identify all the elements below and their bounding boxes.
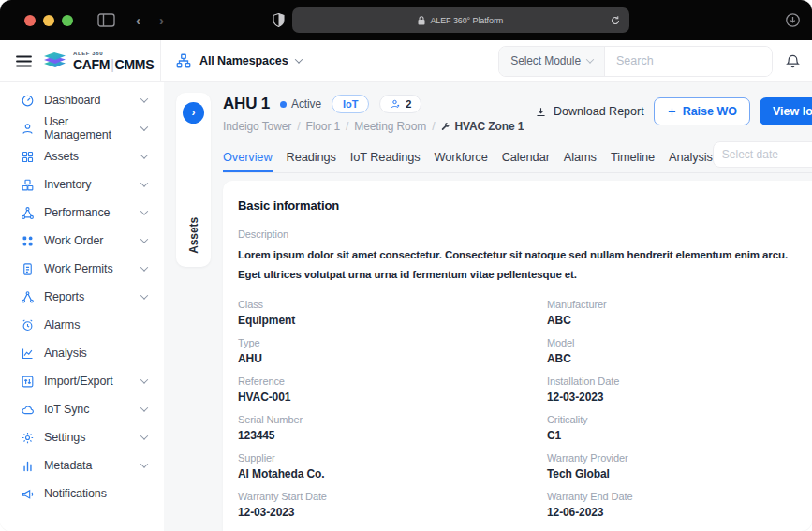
- basic-information-card: Basic information Description Lorem ipsu…: [223, 181, 812, 531]
- tab-readings[interactable]: Readings: [287, 150, 336, 172]
- sidebar-item-reports[interactable]: Reports: [0, 283, 164, 311]
- nodes-icon: [21, 206, 35, 220]
- tabs: Overview Readings IoT Readings Workforce…: [223, 150, 713, 172]
- bar-chart-icon: [21, 459, 35, 473]
- tab-iot-readings[interactable]: IoT Readings: [350, 150, 421, 172]
- sidebar-item-work-permits[interactable]: Work Permits: [0, 255, 164, 283]
- sidebar-item-iot-sync[interactable]: IoT Sync: [0, 395, 164, 423]
- brand-title: CAFM|CMMS: [73, 58, 154, 71]
- view-iot-button[interactable]: View IoT Pr: [760, 97, 812, 125]
- sidebar-item-work-order[interactable]: Work Order: [0, 227, 164, 255]
- wrench-icon: [440, 122, 450, 132]
- line-chart-icon: [21, 347, 35, 361]
- forward-icon[interactable]: ›: [159, 13, 164, 27]
- page-head-left: AHU 1 Active IoT 2 Indeigo Tower / Floor: [223, 95, 524, 133]
- chevron-down-icon: [140, 376, 148, 383]
- date-picker[interactable]: [713, 141, 812, 168]
- document-icon: [21, 262, 35, 276]
- browser-chrome: ‹ › ALEF 360° Platform: [0, 0, 812, 40]
- chevron-down-icon: [140, 207, 148, 214]
- gear-icon: [21, 431, 35, 445]
- back-icon[interactable]: ‹: [136, 13, 140, 27]
- sidebar-item-analysis[interactable]: Analysis: [0, 339, 164, 367]
- sidebar-item-settings[interactable]: Settings: [0, 423, 164, 451]
- sidebar-item-alarms[interactable]: Alarms: [0, 311, 164, 339]
- header-right: Select Module: [498, 40, 812, 81]
- tab-overview[interactable]: Overview: [223, 150, 273, 172]
- chevron-down-icon: [140, 263, 148, 271]
- reload-icon[interactable]: [610, 15, 621, 26]
- description-label: Description: [238, 229, 810, 240]
- namespace-hierarchy-icon: [175, 52, 192, 69]
- megaphone-icon: [21, 487, 35, 501]
- chevron-down-icon: [140, 460, 148, 467]
- module-select[interactable]: Select Module: [499, 47, 605, 76]
- chevron-down-icon: [140, 291, 148, 299]
- breadcrumb-item[interactable]: Floor 1: [305, 120, 340, 133]
- tab-timeline[interactable]: Timeline: [611, 150, 655, 172]
- sidebar-item-dashboard[interactable]: Dashboard: [0, 86, 164, 114]
- breadcrumb-current: HVAC Zone 1: [440, 120, 524, 133]
- field-warranty-start-date: Warranty Start Date12-03-2023: [238, 491, 538, 519]
- sidebar-item-performance[interactable]: Performance: [0, 199, 164, 227]
- sidebar-item-metadata[interactable]: Metadata: [0, 451, 164, 479]
- app-logo[interactable]: ALEF 360 CAFM|CMMS: [42, 50, 154, 72]
- boxes-icon: [21, 178, 35, 192]
- tab-analysis[interactable]: Analysis: [669, 150, 713, 172]
- chevron-down-icon: [140, 123, 148, 130]
- iot-badge[interactable]: IoT: [332, 95, 369, 113]
- field-warranty-provider: Warranty ProviderTech Global: [547, 452, 810, 480]
- breadcrumb-item[interactable]: Indeigo Tower: [223, 120, 291, 133]
- sidebar-item-notifications[interactable]: Notifications: [0, 479, 164, 508]
- page-actions: Download Report Raise WO View IoT Pr: [535, 97, 812, 125]
- main-area: › Assets AHU 1 Active IoT 2: [164, 82, 812, 531]
- sidebar-item-assets[interactable]: Assets: [0, 142, 164, 170]
- date-input[interactable]: [722, 148, 811, 161]
- address-bar[interactable]: ALEF 360° Platform: [292, 7, 629, 33]
- workforce-count-badge[interactable]: 2: [379, 95, 421, 113]
- downloads-icon[interactable]: [785, 12, 801, 28]
- tab-workforce[interactable]: Workforce: [435, 150, 488, 172]
- field-manufacturer: ManufacturerABC: [547, 299, 810, 327]
- zoom-window-button[interactable]: [62, 15, 73, 26]
- global-search: Select Module: [498, 46, 773, 77]
- field-reference: ReferenceHVAC-001: [238, 376, 538, 404]
- module-select-label: Select Module: [510, 54, 581, 67]
- expand-rail-button[interactable]: ›: [183, 102, 204, 124]
- raise-wo-button[interactable]: Raise WO: [654, 97, 750, 125]
- layers-logo-icon: [42, 50, 67, 72]
- assets-rail: › Assets: [176, 93, 211, 267]
- sidebar: Dashboard User Management Assets Invento…: [0, 82, 164, 531]
- field-model: ModelABC: [547, 337, 810, 365]
- tab-calendar[interactable]: Calendar: [502, 150, 550, 172]
- close-window-button[interactable]: [24, 15, 36, 26]
- minimize-window-button[interactable]: [43, 15, 54, 26]
- brand-small-text: ALEF 360: [73, 51, 154, 56]
- sidebar-item-user-management[interactable]: User Management: [0, 114, 164, 142]
- chevron-down-icon: [140, 95, 148, 102]
- assets-rail-label: Assets: [187, 217, 200, 254]
- sidebar-toggle-icon[interactable]: [97, 13, 115, 27]
- shield-icon[interactable]: [273, 13, 285, 27]
- grid-icon: [21, 150, 35, 164]
- field-type: TypeAHU: [238, 337, 538, 365]
- user-icon: [21, 122, 35, 136]
- sidebar-item-import-export[interactable]: Import/Export: [0, 367, 164, 395]
- chevron-down-icon: [140, 404, 148, 411]
- namespace-selector[interactable]: All Namespaces: [161, 40, 302, 81]
- hamburger-menu-icon[interactable]: [16, 55, 32, 67]
- chevron-down-icon: [140, 151, 148, 158]
- page-head: AHU 1 Active IoT 2 Indeigo Tower / Floor: [223, 93, 812, 133]
- notifications-bell-icon[interactable]: [785, 52, 801, 69]
- dashboard-icon: [21, 94, 35, 108]
- download-report-button[interactable]: Download Report: [535, 105, 644, 118]
- share-nodes-icon: [21, 290, 35, 304]
- breadcrumb-item[interactable]: Meeting Room: [354, 120, 426, 133]
- tab-alams[interactable]: Alams: [564, 150, 597, 172]
- sidebar-item-inventory[interactable]: Inventory: [0, 170, 164, 199]
- app-header: ALEF 360 CAFM|CMMS All Namespaces Select…: [0, 40, 812, 82]
- field-criticality: CriticalityC1: [547, 414, 810, 442]
- search-input[interactable]: [605, 47, 772, 76]
- field-installation-date: Installation Date12-03-2023: [547, 376, 810, 404]
- field-class: ClassEquipment: [238, 299, 538, 327]
